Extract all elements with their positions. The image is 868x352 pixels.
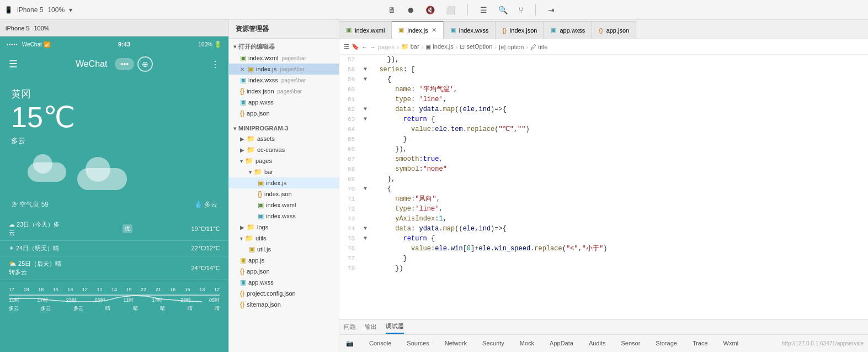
breadcrumb-sep-3: › (456, 44, 458, 50)
wifi-icon: 📶 (44, 41, 50, 48)
forecast-temp-2: 24℃/14℃ (191, 265, 220, 272)
tool-storage[interactable]: Storage (653, 339, 679, 348)
close-icon[interactable]: ✕ (240, 66, 244, 72)
tab-index-wxss[interactable]: ▣ index.wxss (444, 21, 496, 39)
dropdown-icon[interactable]: ▾ (69, 6, 72, 14)
open-file-name-1: index.js (256, 66, 276, 72)
forecast-item-2: ⛅ 25日（后天）晴转多云 24℃/14℃ (0, 256, 228, 280)
breadcrumb-sep-1: › (397, 44, 399, 50)
tree-app-json[interactable]: {} app.json (229, 266, 339, 277)
open-file-1[interactable]: ✕ ▣ index.js pages\bar (229, 64, 339, 75)
folder-icon-6: 📁 (245, 234, 253, 242)
tree-logs[interactable]: ▶ 📁 logs (229, 222, 339, 233)
tool-mock[interactable]: Mock (518, 339, 536, 348)
tab-app-json[interactable]: {} app.json (592, 21, 636, 39)
bottom-toolbar: 📷 Console Sources Network Security Mock … (339, 335, 868, 352)
chevron-right-logs: ▶ (240, 224, 244, 230)
tool-wxml[interactable]: Wxml (721, 339, 741, 348)
sitemap-label: sitemap.json (247, 301, 281, 308)
open-editors-header[interactable]: ▾ 打开的编辑器 (229, 41, 339, 52)
tab-close-js[interactable]: ✕ (432, 27, 436, 34)
wxss-file-icon: ▣ (258, 212, 264, 220)
tool-sources[interactable]: Sources (404, 339, 431, 348)
tree-utils[interactable]: ▾ 📁 utils (229, 233, 339, 244)
tree-ec-canvas[interactable]: ▶ 📁 ec-canvas (229, 144, 339, 155)
tree-bar[interactable]: ▾ 📁 bar (229, 166, 339, 177)
tool-appdata[interactable]: AppData (547, 339, 576, 348)
hamburger-icon[interactable]: ☰ (9, 58, 18, 70)
code-line-64: 64 value:ele.tem.replace("℃","") (339, 124, 868, 134)
list-icon[interactable]: ☰ (479, 4, 488, 15)
tree-pages[interactable]: ▾ 📁 pages (229, 155, 339, 166)
tree-index-js[interactable]: ▣ index.js (229, 177, 339, 188)
tree-sitemap[interactable]: {} sitemap.json (229, 299, 339, 310)
tool-audits[interactable]: Audits (587, 339, 608, 348)
bottom-tab-debugger[interactable]: 调试器 (386, 320, 404, 334)
open-file-4[interactable]: ▣ app.wxss (229, 97, 339, 108)
open-file-3[interactable]: {} index.json pages\bar (229, 86, 339, 97)
tab-wxss-icon: ▣ (450, 27, 456, 34)
tab-index-js[interactable]: ▣ index.js ✕ (392, 21, 443, 39)
tool-sensor[interactable]: Sensor (619, 339, 642, 348)
breadcrumb-toolbar-icon[interactable]: ☰ (344, 43, 349, 50)
open-file-path-3: pages\bar (278, 88, 302, 94)
dots-button[interactable]: ••• (115, 58, 134, 70)
open-file-2[interactable]: ▣ index.wxss pages\bar (229, 75, 339, 86)
index-json-label: index.json (264, 191, 292, 197)
app-js-label: app.js (248, 257, 264, 264)
device-selector[interactable]: 📱 iPhone 5 100% ▾ (4, 6, 72, 14)
git-icon[interactable]: ⑂ (518, 4, 524, 15)
tool-screenshot[interactable]: 📷 (344, 339, 356, 348)
open-file-5[interactable]: {} app.json (229, 108, 339, 119)
tree-project-config[interactable]: {} project.config.json (229, 288, 339, 299)
tree-app-js[interactable]: ▣ app.js (229, 255, 339, 266)
tab-app-wxss[interactable]: ▣ app.wxss (544, 21, 592, 39)
tab-index-wxml[interactable]: ▣ index.wxml (339, 21, 392, 39)
record-icon[interactable]: ⏺ (406, 4, 416, 15)
bottom-tab-output[interactable]: 输出 (365, 321, 377, 333)
project-header[interactable]: ▾ MINIPROGRAM-3 (229, 123, 339, 133)
tab-index-json[interactable]: {} index.json (496, 21, 545, 39)
toolbar-center: 🖥 ⏺ 🔇 ⬜ ☰ 🔍 ⑂ ⇥ (387, 4, 556, 15)
device-icon[interactable]: 🖥 (387, 4, 397, 15)
tool-console[interactable]: Console (367, 339, 393, 348)
wxss-icon-2: ▣ (240, 98, 246, 106)
clock: 9:43 (118, 41, 130, 48)
top-toolbar: 📱 iPhone 5 100% ▾ 🖥 ⏺ 🔇 ⬜ ☰ 🔍 ⑂ ⇥ (0, 0, 868, 20)
bottom-url: http://127.0.0.1:63471/appservice (782, 340, 864, 346)
tab-json-icon: {} (503, 27, 507, 34)
layout-icon[interactable]: ⬜ (445, 4, 456, 15)
tree-app-wxss[interactable]: ▣ app.wxss (229, 277, 339, 288)
open-file-name-0: index.wxml (248, 55, 278, 61)
breadcrumb-bar-folder: 📁 bar (401, 43, 419, 50)
tree-assets[interactable]: ▶ 📁 assets (229, 133, 339, 144)
circle-button[interactable]: ⊕ (137, 56, 153, 72)
more-icon[interactable]: ⋮ (211, 59, 220, 70)
speaker-icon[interactable]: 🔇 (424, 4, 436, 15)
tree-index-json[interactable]: {} index.json (229, 188, 339, 199)
chevron-down-icon-2: ▾ (233, 125, 236, 132)
tool-trace[interactable]: Trace (690, 339, 710, 348)
forward-icon[interactable]: → (370, 44, 376, 50)
code-line-76: 76 value:ele.win[0]+ele.win_speed.replac… (339, 244, 868, 254)
code-line-66: 66 }), (339, 144, 868, 154)
js-file-icon: ▣ (258, 179, 264, 187)
bottom-panel: 问题 输出 调试器 📷 Console Sources Network Secu… (339, 319, 868, 352)
tab-js-icon: ▣ (398, 27, 404, 34)
tree-index-wxss[interactable]: ▣ index.wxss (229, 211, 339, 222)
tool-security[interactable]: Security (480, 339, 507, 348)
remote-icon[interactable]: ⇥ (547, 4, 556, 15)
search-icon[interactable]: 🔍 (497, 4, 509, 15)
breadcrumb-bookmark-icon[interactable]: 🔖 (352, 43, 359, 50)
bottom-tab-wenti[interactable]: 问题 (344, 321, 356, 333)
battery-label: 100% (198, 41, 212, 48)
open-file-0[interactable]: ▣ index.wxml pages\bar (229, 52, 339, 64)
code-line-70: 70 ▼ { (339, 184, 868, 194)
hourly-line (9, 295, 220, 296)
back-icon[interactable]: ← (361, 44, 368, 50)
open-file-path-1: pages\bar (280, 66, 304, 72)
tool-network[interactable]: Network (443, 339, 469, 348)
tree-index-wxml[interactable]: ▣ index.wxml (229, 199, 339, 211)
tree-util-js[interactable]: ▣ util.js (229, 244, 339, 255)
chevron-down-bar: ▾ (249, 169, 252, 175)
